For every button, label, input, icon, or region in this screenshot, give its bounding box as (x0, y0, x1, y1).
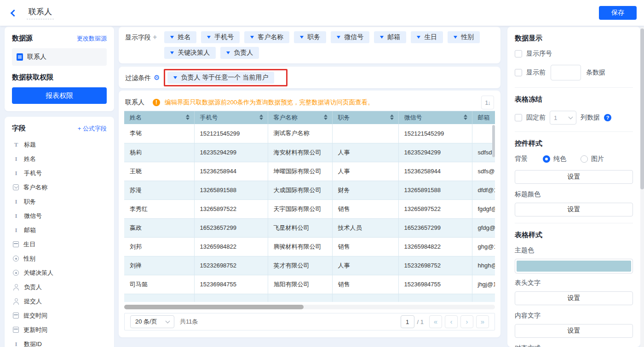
theme-color-picker[interactable] (515, 259, 633, 273)
fix-columns-checkbox[interactable] (515, 114, 522, 121)
display-field-chips: 姓名手机号客户名称职务微信号邮箱生日性别关键决策人负责人 (164, 31, 482, 59)
field-item[interactable]: 职务 (12, 194, 107, 209)
add-display-field-button[interactable]: + (153, 33, 157, 41)
background-set-button[interactable]: 设置 (515, 170, 633, 184)
field-item[interactable]: 手机号 (12, 166, 107, 180)
table-vertical-scrollbar[interactable] (492, 125, 495, 157)
display-field-chip[interactable]: 手机号 (201, 31, 240, 43)
main-area: 显示字段+ 姓名手机号客户名称职务微信号邮箱生日性别关键决策人负责人 过滤条件 … (119, 27, 500, 337)
window-scrollbar[interactable] (640, 27, 644, 347)
chip-label: 邮箱 (387, 33, 400, 41)
column-header[interactable]: 客户名称 (268, 111, 332, 124)
display-field-chip[interactable]: 关键决策人 (164, 47, 216, 59)
field-item-label: 生日 (23, 240, 35, 249)
show-first-count-input[interactable] (551, 65, 581, 80)
first-page-button[interactable] (429, 315, 442, 328)
change-datasource-link[interactable]: 更改数据源 (77, 34, 107, 43)
field-item[interactable]: 邮箱 (12, 223, 107, 237)
person-field-icon (13, 298, 19, 305)
field-item[interactable]: 性别 (12, 251, 107, 266)
select-field-icon (13, 184, 19, 190)
text-field-icon (13, 199, 19, 205)
header-text-set-button[interactable]: 设置 (515, 291, 633, 305)
last-page-button[interactable] (476, 315, 489, 328)
display-field-chip[interactable]: 负责人 (220, 47, 259, 59)
field-item[interactable]: 更新时间 (12, 323, 107, 337)
field-item[interactable]: 负责人 (12, 280, 107, 294)
table-row[interactable]: 苏漫13265891588大成国际有限公司财务13265891588dfdf@1 (124, 181, 495, 199)
table-cell: 16523657299 (398, 218, 472, 237)
table-row[interactable]: 杨莉16235294299海安材料有限公司人事16235294299sdfsd@ (124, 143, 495, 162)
scrollbar-thumb[interactable] (640, 28, 644, 189)
sort-icon[interactable] (324, 114, 328, 120)
add-formula-field-link[interactable]: + 公式字段 (78, 125, 107, 133)
table-row[interactable]: 嬴政16523657299飞星材料公司技术人员16523657299gfdg@1 (124, 218, 495, 237)
datasource-item[interactable]: 联系人 (12, 48, 107, 66)
prev-page-button[interactable] (445, 315, 458, 328)
show-index-checkbox[interactable] (515, 50, 522, 57)
show-first-checkbox[interactable] (515, 69, 522, 76)
display-field-chip[interactable]: 姓名 (164, 31, 196, 43)
date-field-icon (13, 313, 19, 319)
field-item[interactable]: 微信号 (12, 209, 107, 223)
save-button[interactable]: 保存 (599, 6, 637, 20)
field-item[interactable]: 关键决策人 (12, 266, 107, 280)
total-count: 共11条 (180, 318, 198, 326)
sort-icon[interactable] (186, 114, 190, 120)
column-header[interactable]: 手机号 (194, 111, 268, 124)
display-field-chip[interactable]: 客户名称 (244, 31, 289, 43)
display-field-chip[interactable]: 邮箱 (374, 31, 406, 43)
divider (515, 223, 633, 223)
field-item[interactable]: 客户名称 (12, 180, 107, 194)
field-item[interactable]: 提交人 (12, 294, 107, 308)
field-item[interactable]: 提交时间 (12, 308, 107, 323)
table-header-row: 姓名手机号客户名称职务微信号邮箱 (124, 111, 495, 124)
column-header[interactable]: 职务 (332, 111, 398, 124)
sort-icon[interactable] (464, 114, 467, 120)
display-field-chip[interactable]: 微信号 (331, 31, 369, 43)
column-header[interactable]: 姓名 (124, 111, 194, 124)
column-header[interactable]: 微信号 (398, 111, 472, 124)
display-field-chip[interactable]: 性别 (448, 31, 480, 43)
table-cell: 英才有限公司 (268, 256, 332, 275)
field-item[interactable]: 标题 (12, 137, 107, 152)
table-row[interactable] (124, 294, 495, 302)
field-item[interactable]: 数据ID (12, 337, 107, 347)
fix-columns-unit-label: 列数据 (581, 114, 600, 122)
title-color-set-button[interactable]: 设置 (515, 203, 633, 216)
page-title[interactable]: 联系人 (27, 6, 54, 19)
display-fields-label: 显示字段+ (125, 31, 157, 59)
help-icon[interactable] (604, 114, 611, 121)
image-radio[interactable] (581, 155, 588, 163)
current-page-input[interactable]: 1 (401, 315, 414, 328)
table-cell: 13265891588 (194, 181, 268, 199)
table-row[interactable]: 司马懿15236984755旭阳有限公司销售15236984755jhgj@16 (124, 275, 495, 294)
page-size-select[interactable]: 20 条/页 (130, 315, 174, 328)
solid-color-radio[interactable] (543, 155, 550, 163)
field-item[interactable]: 姓名 (12, 152, 107, 166)
table-row[interactable]: 王晓15236258944坤曜国际有限公司人事15236258944sdfs@1 (124, 162, 495, 181)
field-item[interactable]: 生日 (12, 237, 107, 251)
table-horizontal-scrollbar[interactable] (124, 305, 495, 309)
next-page-button[interactable] (460, 315, 473, 328)
sort-order-button[interactable] (481, 96, 494, 109)
scrollbar-thumb[interactable] (124, 305, 304, 309)
sort-icon[interactable] (390, 114, 394, 120)
content-text-set-button[interactable]: 设置 (515, 324, 633, 338)
column-header[interactable]: 邮箱 (472, 111, 495, 124)
back-button[interactable] (7, 6, 20, 19)
sort-icon[interactable] (259, 114, 263, 120)
filter-condition-chip[interactable]: 负责人 等于任意一个 当前用户 (167, 72, 274, 84)
table-row[interactable]: 李铭152121545299测试客户名称152121545299 (124, 124, 495, 143)
table-row[interactable]: 李秀红13265897522天宇国际有限公司销售13265897522fgdgf… (124, 199, 495, 218)
table-row[interactable]: 刘禅15232698752英才有限公司人事15232698752hhgh@ (124, 256, 495, 275)
report-permission-button[interactable]: 报表权限 (12, 87, 107, 104)
fix-columns-select[interactable]: 1 (550, 111, 576, 125)
radio-field-icon (13, 270, 19, 276)
field-item-label: 提交人 (24, 297, 42, 306)
display-field-chip[interactable]: 生日 (411, 31, 443, 43)
gear-icon[interactable] (154, 74, 160, 82)
table-row[interactable]: 刘邦13265984822腾骏材料有限公司销售13265984822ghg@16 (124, 237, 495, 256)
table-cell: 坤曜国际有限公司 (268, 162, 332, 181)
display-field-chip[interactable]: 职务 (294, 31, 326, 43)
